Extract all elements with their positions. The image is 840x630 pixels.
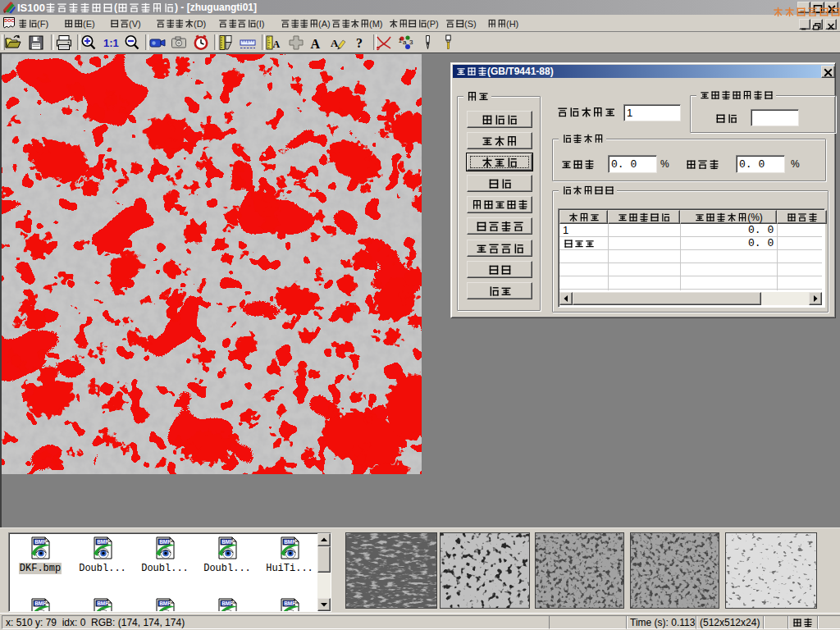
svg-text:BMP: BMP xyxy=(34,600,47,606)
svg-text:DOC: DOC xyxy=(4,18,14,23)
svg-text:?: ? xyxy=(356,36,363,50)
svg-text:BMP: BMP xyxy=(97,539,109,545)
svg-text:1:1: 1:1 xyxy=(103,37,119,49)
svg-text:BMP: BMP xyxy=(34,539,47,545)
svg-text:BMP: BMP xyxy=(284,600,296,606)
svg-text:BMP: BMP xyxy=(159,600,171,606)
svg-text:A: A xyxy=(273,39,281,50)
svg-text:BMP: BMP xyxy=(97,600,109,606)
svg-text:A: A xyxy=(311,37,321,51)
svg-text:A: A xyxy=(331,37,339,49)
svg-text:a: a xyxy=(403,39,407,46)
svg-text:BMP: BMP xyxy=(159,539,171,545)
svg-text:BMP: BMP xyxy=(221,600,234,606)
svg-text:BMP: BMP xyxy=(284,539,296,545)
svg-text:BMP: BMP xyxy=(221,539,234,545)
svg-text:3: 3 xyxy=(409,39,413,46)
svg-text:1: 1 xyxy=(399,37,403,44)
